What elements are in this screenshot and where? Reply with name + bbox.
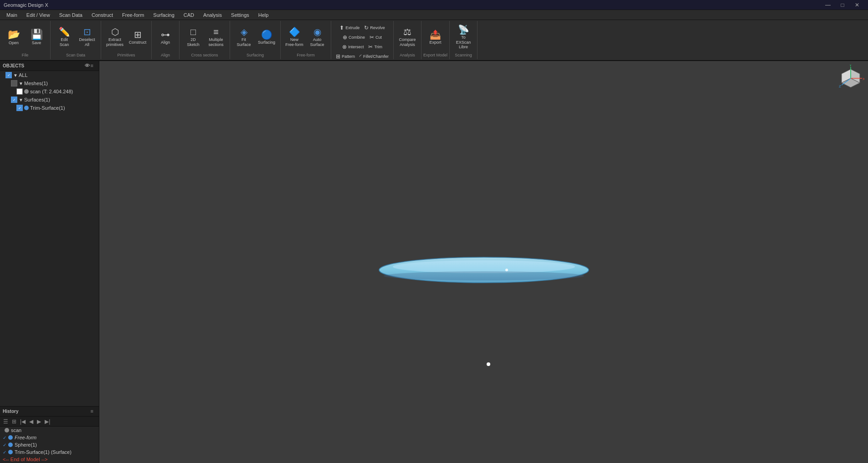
tree-item-all[interactable]: ✓ ▼ ALL [0,71,99,79]
history-icons: ≡ [88,407,96,417]
open-button[interactable]: 📂 Open [3,24,25,51]
to-exscan-button[interactable]: 📡 To EXScanLibre [452,24,474,51]
2d-sketch-button[interactable]: □ 2DSketch [182,24,204,51]
surfaces-expand-arrow[interactable]: ▼ [19,97,24,102]
sphere-dot [8,443,13,447]
history-prev-icon[interactable]: |◀ [19,418,27,425]
toolbar-section-file: 📂 Open 💾 Save File [0,21,51,59]
extract-primitives-icon: ⬡ [111,27,119,36]
trim-button[interactable]: ✂ Trim [366,42,384,51]
history-item-sphere[interactable]: ✓ Sphere(1) [0,441,99,448]
freeform-check: ✓ [3,435,6,440]
primitives-section-label: Primitives [117,53,135,58]
export-button[interactable]: 📤 Export [425,24,447,51]
all-expand-arrow[interactable]: ▼ [13,73,19,78]
revolve-icon: ↻ [364,25,369,31]
history-menu-icon[interactable]: ≡ [91,408,93,414]
toolbar: 📂 Open 💾 Save File ✏️ EditScan ⊡ Deselec… [0,20,868,61]
menu-scan-data[interactable]: Scan Data [55,10,87,20]
menu-construct[interactable]: Construct [87,10,118,20]
history-forward-icon[interactable]: ▶ [36,418,42,425]
toolbar-section-freeform: 🔷 NewFree-form ◉ AutoSurface Free-form [281,21,331,59]
menu-cad[interactable]: CAD [179,10,199,20]
save-button[interactable]: 💾 Save [26,24,47,51]
menu-help[interactable]: Help [254,10,273,20]
close-button[interactable]: ✕ [850,0,864,10]
menu-settings[interactable]: Settings [226,10,254,20]
menu-analysis[interactable]: Analysis [199,10,226,20]
panel-eye-icon[interactable]: 👁 [85,63,90,68]
history-back-icon[interactable]: ◀ [28,418,35,425]
fillet-chamfer-button[interactable]: ◜ Fillet/Chamfer [358,52,390,61]
history-item-trim-surface[interactable]: ✓ Trim-Surface(1) (Surface) [0,448,99,456]
history-end-icon[interactable]: ▶| [43,418,51,425]
toolbar-section-analysis: ⚖ CompareAnalysis Analysis [394,21,421,59]
auto-surface-icon: ◉ [313,27,321,36]
all-checkbox[interactable]: ✓ [5,72,12,78]
history-item-scan[interactable]: scan [0,427,99,434]
new-freeform-button[interactable]: 🔷 NewFree-form [283,24,305,51]
trim-icon: ✂ [368,44,373,50]
extrude-button[interactable]: ⬆ Extrude [338,23,361,32]
freeform-dot [8,435,13,440]
scan-color-dot [24,89,29,94]
revolve-button[interactable]: ↻ Revolve [362,23,387,32]
surfaces-checkbox[interactable]: ✓ [11,97,17,103]
trim-surface-checkbox[interactable]: ✓ [16,105,23,111]
new-freeform-icon: 🔷 [289,27,300,36]
fit-surface-button[interactable]: ◈ FitSurface [233,24,255,51]
minimize-button[interactable]: — [821,0,835,10]
cursor-dot [487,362,490,366]
pattern-button[interactable]: ⊞ Pattern [334,52,357,61]
end-of-model-label: <-- End of Model --> [3,457,47,462]
align-button[interactable]: ⊶ Align [154,24,176,51]
surfacing-button[interactable]: 🔵 Surfacing [256,24,277,51]
tree-item-scan[interactable]: scan (T: 2.404.248) [0,87,99,96]
panel-menu-icon[interactable]: ≡ [91,63,93,68]
menu-bar: Main Edit / View Scan Data Construct Fre… [0,10,868,20]
deselect-all-icon: ⊡ [83,27,91,36]
maximize-button[interactable]: □ [835,0,850,10]
toolbar-section-part-design: ⬆ Extrude ↻ Revolve ⊕ Combine ✂ Cut [331,21,394,59]
history-grid-view-icon[interactable]: ⊞ [10,418,18,425]
main-layout: OBJECTS 👁 ≡ ✓ ▼ ALL ▼ Meshes(1) [0,61,868,463]
construct-icon: ⊞ [134,30,142,39]
tree-item-meshes[interactable]: ▼ Meshes(1) [0,79,99,87]
deselect-all-button[interactable]: ⊡ DeselectAll [76,24,98,51]
multiple-sections-button[interactable]: ≡ Multiplesections [205,24,227,51]
intersect-button[interactable]: ⊗ Intersect [340,42,366,51]
meshes-expand-arrow[interactable]: ▼ [19,81,24,86]
all-label: ALL [19,72,99,78]
menu-surfacing[interactable]: Surfacing [149,10,179,20]
history-panel: History ≡ ☰ ⊞ |◀ ◀ ▶ ▶| scan ✓ [0,406,99,463]
meshes-checkbox[interactable] [11,80,17,86]
auto-surface-button[interactable]: ◉ AutoSurface [306,24,328,51]
construct-button[interactable]: ⊞ Construct [127,24,149,51]
menu-freeform[interactable]: Free-form [118,10,149,20]
scanning-section-label: Scanning [455,53,472,58]
compare-button[interactable]: ⚖ CompareAnalysis [396,24,418,51]
extrude-icon: ⬆ [339,25,344,31]
viewport[interactable]: X Y Z [99,61,868,463]
cut-button[interactable]: ✂ Cut [368,33,384,42]
menu-main[interactable]: Main [2,10,22,20]
extract-primitives-button[interactable]: ⬡ Extractprimitives [104,24,126,51]
toolbar-section-scanning: 📡 To EXScanLibre Scanning [450,21,478,59]
edit-scan-icon: ✏️ [59,27,70,36]
sidebar: OBJECTS 👁 ≡ ✓ ▼ ALL ▼ Meshes(1) [0,61,99,463]
history-item-freeform[interactable]: ✓ Free-form [0,434,99,441]
tree-item-surfaces[interactable]: ✓ ▼ Surfaces(1) [0,96,99,104]
history-list-view-icon[interactable]: ☰ [2,418,10,425]
history-panel-header: History ≡ [0,407,99,417]
trim-surface-hist-check: ✓ [3,450,6,455]
menu-edit-view[interactable]: Edit / View [22,10,55,20]
toolbar-section-cross-sections: □ 2DSketch ≡ Multiplesections Cross sect… [180,21,230,59]
orientation-gizmo[interactable]: X Y Z [837,65,864,92]
sphere-check: ✓ [3,443,6,448]
combine-button[interactable]: ⊕ Combine [341,33,367,42]
history-toolbar: ☰ ⊞ |◀ ◀ ▶ ▶| [0,417,99,427]
toolbar-section-align: ⊶ Align Align [152,21,180,59]
edit-scan-button[interactable]: ✏️ EditScan [53,24,75,51]
tree-item-trim-surface[interactable]: ✓ Trim-Surface(1) [0,104,99,112]
scan-checkbox[interactable] [16,88,23,95]
